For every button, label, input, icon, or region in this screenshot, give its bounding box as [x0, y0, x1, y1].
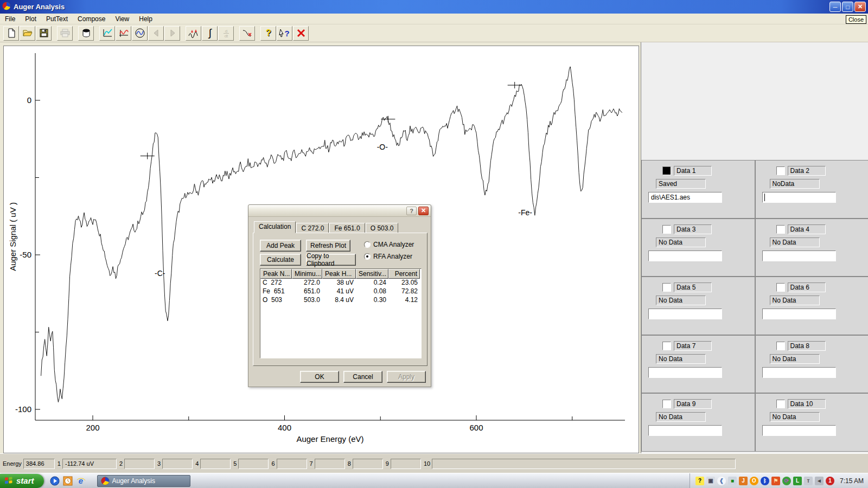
new-document-button[interactable] — [3, 26, 19, 41]
data-slot-grid: Data 1Saveddis\AES1.aesData 2NoDataData … — [641, 160, 868, 452]
copy-to-clipboard-button[interactable]: Copy to Clipboard — [306, 254, 356, 266]
ime-help-icon[interactable]: ? — [695, 477, 704, 485]
tab-calculation[interactable]: Calculation — [254, 221, 296, 233]
toolbar: ∫ddt??? — [0, 24, 868, 42]
data-slot-file-input[interactable] — [648, 367, 722, 378]
display-settings-icon[interactable]: ▣ — [706, 477, 715, 485]
menu-item-compose[interactable]: Compose — [73, 14, 110, 24]
peak-row[interactable]: O 503503.08.4 uV0.304.12 — [260, 296, 421, 305]
data-slot-file-input[interactable] — [762, 309, 836, 319]
calculate-button[interactable]: Calculate — [260, 254, 301, 266]
data-slot-checkbox[interactable] — [662, 342, 671, 350]
data-slot-file-input[interactable] — [648, 251, 722, 261]
menu-item-file[interactable]: File — [0, 14, 20, 24]
refresh-plot-button[interactable]: Refresh Plot — [306, 240, 350, 252]
start-button[interactable]: start — [0, 474, 44, 488]
data-slot-file-input[interactable]: dis\AES1.aes — [648, 192, 722, 203]
plot-axes-button[interactable] — [99, 26, 115, 41]
data-slot-status: Saved — [656, 179, 706, 189]
radio-icon[interactable] — [364, 241, 371, 248]
data-slot-file-input[interactable] — [762, 192, 836, 203]
data-slot-checkbox[interactable] — [662, 166, 671, 175]
menu-item-view[interactable]: View — [110, 14, 134, 24]
window-title: Auger Analysis — [14, 3, 65, 11]
radio-icon[interactable] — [364, 253, 371, 260]
statusbar-slot-value-6 — [277, 459, 307, 469]
scheduler-icon[interactable] — [62, 476, 73, 486]
cma-analyzer-radio[interactable]: CMA Analyzer — [364, 241, 414, 248]
column-header-percent[interactable]: Percent — [388, 269, 420, 279]
network-activity-icon[interactable]: ■ — [728, 477, 737, 485]
data-slot-checkbox[interactable] — [776, 342, 785, 350]
statusbar-slot-value-4 — [200, 459, 231, 469]
column-header-peakn[interactable]: Peak N... — [260, 269, 292, 279]
minimize-button[interactable]: ─ — [829, 2, 841, 12]
column-header-sensitiv[interactable]: Sensitiv... — [356, 269, 388, 279]
cancel-button[interactable]: Cancel — [343, 371, 382, 383]
data-slot-checkbox[interactable] — [776, 225, 785, 234]
bluetooth-icon[interactable]: ᛒ — [761, 477, 769, 485]
launcher-ring-icon[interactable]: O — [750, 477, 758, 485]
java-icon[interactable]: J — [739, 477, 748, 485]
open-file-icon — [22, 28, 33, 38]
task-button-auger-analysis[interactable]: Auger Analysis — [97, 475, 190, 487]
peak-annotation: -O- — [377, 143, 388, 151]
slot-header: Data 9 — [662, 399, 755, 409]
statusbar-slot-value-10 — [432, 459, 736, 469]
ok-button[interactable]: OK — [300, 371, 339, 383]
data-slot-file-input[interactable] — [762, 425, 836, 436]
tab-fe-651-0[interactable]: Fe 651.0 — [329, 223, 365, 233]
tab-o-503-0[interactable]: O 503.0 — [366, 223, 399, 233]
alert-badge-icon[interactable]: 1 — [826, 477, 834, 485]
lan-status-icon[interactable]: L — [793, 477, 802, 485]
data-slot-file-input[interactable] — [762, 251, 836, 261]
remove-peak-button[interactable] — [239, 26, 255, 41]
data-cylinder-button[interactable] — [78, 26, 94, 41]
media-player-icon[interactable] — [49, 476, 60, 486]
menu-item-plot[interactable]: Plot — [20, 14, 41, 24]
data-slot-file-input[interactable] — [648, 425, 722, 436]
dialog-help-button[interactable]: ? — [406, 207, 417, 215]
hide-icons-chevron[interactable]: ❰ — [717, 477, 726, 485]
context-help-button[interactable]: ? — [277, 26, 292, 41]
peak-row[interactable]: Fe 651651.041 uV0.0872.82 — [260, 287, 421, 296]
data-slot-checkbox[interactable] — [776, 166, 785, 175]
graphics-swirl-icon[interactable]: ⟳ — [782, 477, 791, 485]
data-slot-file-input[interactable] — [762, 367, 836, 378]
data-slot-checkbox[interactable] — [776, 400, 785, 408]
plot-curve-button[interactable] — [116, 26, 131, 41]
peak-row[interactable]: C 272272.038 uV0.2423.05 — [260, 279, 421, 287]
data-slot-file-input[interactable] — [648, 309, 722, 319]
integral-button[interactable]: ∫ — [202, 26, 218, 41]
internet-explorer-icon[interactable]: e — [75, 476, 86, 486]
data-slot-label: Data 10 — [788, 399, 826, 409]
menu-item-puttext[interactable]: PutText — [41, 14, 73, 24]
data-slot-label: Data 4 — [788, 224, 826, 234]
dialog-close-button[interactable]: ✕ — [418, 207, 429, 215]
add-peak-button[interactable]: Add Peak — [260, 240, 301, 252]
plot-circle-button[interactable] — [132, 26, 148, 41]
column-header-minimu[interactable]: Minimu... — [292, 269, 322, 279]
peak-cell: 4.12 — [388, 296, 420, 305]
data-slot-checkbox[interactable] — [662, 225, 671, 234]
data-slot-checkbox[interactable] — [662, 283, 671, 292]
dialog-titlebar[interactable]: ? ✕ — [248, 205, 431, 217]
mark-peaks-button[interactable] — [186, 26, 201, 41]
flame-utility-icon[interactable]: ⚑ — [771, 477, 780, 485]
delete-button[interactable] — [293, 26, 309, 41]
tab-c-272-0[interactable]: C 272.0 — [296, 223, 329, 233]
close-button[interactable]: ✕ — [854, 2, 866, 12]
data-slot-checkbox[interactable] — [776, 283, 785, 292]
wireless-icon[interactable]: ᴛ — [804, 477, 813, 485]
help-button[interactable]: ?? — [260, 26, 276, 41]
data-slot-checkbox[interactable] — [662, 400, 671, 408]
column-header-peakh[interactable]: Peak H... — [322, 269, 356, 279]
open-file-button[interactable] — [20, 26, 35, 41]
peaks-table[interactable]: Peak N...Minimu...Peak H...Sensitiv...Pe… — [260, 268, 422, 358]
peaks-table-header[interactable]: Peak N...Minimu...Peak H...Sensitiv...Pe… — [260, 269, 421, 279]
maximize-button[interactable]: □ — [842, 2, 853, 12]
rfa-analyzer-radio[interactable]: RFA Analyzer — [364, 253, 412, 260]
save-button[interactable] — [36, 26, 52, 41]
menu-item-help[interactable]: Help — [134, 14, 157, 24]
volume-icon[interactable]: ◄ — [815, 477, 824, 485]
